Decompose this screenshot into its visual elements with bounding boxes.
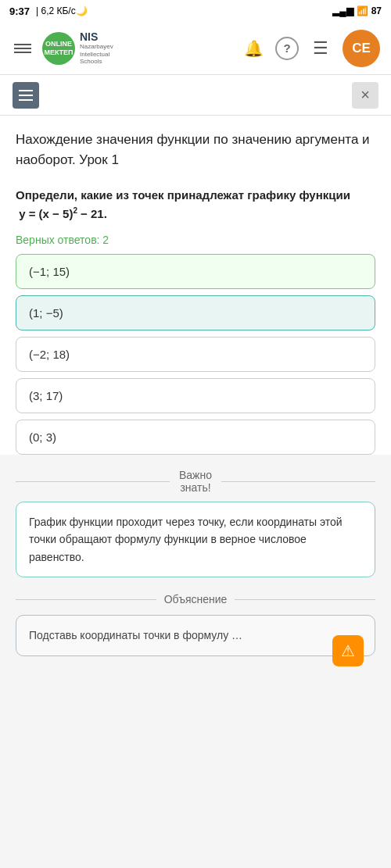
header-icons: 🔔 ? ☰ CE <box>242 30 380 67</box>
battery-indicator: 87 <box>371 5 382 16</box>
warning-icon: ⚠ <box>341 638 355 663</box>
status-right: ▂▄▆ 📶 87 <box>332 5 382 16</box>
toolbar-close-button[interactable]: × <box>352 82 378 109</box>
help-icon: ? <box>283 41 290 55</box>
bell-icon: 🔔 <box>244 39 264 58</box>
explanation-label: Объяснение <box>164 593 228 605</box>
explanation-text: Подставь координаты точки в формулу <box>29 629 228 641</box>
question-text: Определи, какие из точек принадлежат гра… <box>16 187 375 223</box>
nis-subtitle: Nazarbayev Intellectual Schools <box>80 43 113 66</box>
explanation-box: Подставь координаты точки в формулу … ⚠ <box>16 615 375 655</box>
answer-options-list: (−1; 15) (1; −5) (−2; 18) (3; 17) (0; 3) <box>16 254 375 455</box>
list-icon: ☰ <box>313 38 328 59</box>
answer-option-4[interactable]: (3; 17) <box>16 378 375 413</box>
status-data: | 6,2 КБ/с🌙 <box>36 5 88 16</box>
explanation-divider: Объяснение <box>16 593 375 605</box>
toolbar: × <box>0 75 391 116</box>
important-divider: Важно знать! <box>16 469 375 494</box>
list-button[interactable]: ☰ <box>310 38 332 59</box>
hamburger-line-1 <box>14 44 31 45</box>
important-section: Важно знать! График функции проходит чер… <box>0 469 391 577</box>
important-label: Важно знать! <box>179 469 212 494</box>
hamburger-line-3 <box>14 52 31 53</box>
important-box: График функции проходит через точку, есл… <box>16 502 375 577</box>
toolbar-menu-button[interactable] <box>13 82 39 109</box>
answer-option-1[interactable]: (−1; 15) <box>16 254 375 289</box>
question-formula: y = (x − 5)2 − 21. <box>16 207 107 220</box>
correct-count: Верных ответов: 2 <box>16 234 375 246</box>
bell-button[interactable]: 🔔 <box>242 38 264 59</box>
explanation-line-left <box>16 599 156 600</box>
answer-option-5[interactable]: (0; 3) <box>16 420 375 455</box>
answer-option-2[interactable]: (1; −5) <box>16 295 375 330</box>
status-left: 9:37 | 6,2 КБ/с🌙 <box>9 5 88 17</box>
tm-line-1 <box>19 90 33 91</box>
question-block: Определи, какие из точек принадлежат гра… <box>16 187 375 223</box>
divider-line-left <box>16 481 170 482</box>
header-logo: ONLINE МЕКТЕП NIS Nazarbayev Intellectua… <box>42 30 113 66</box>
app-header: ONLINE МЕКТЕП NIS Nazarbayev Intellectua… <box>0 22 391 75</box>
nis-title: NIS <box>80 30 113 43</box>
divider-line-right <box>221 481 375 482</box>
help-button[interactable]: ? <box>275 37 299 60</box>
lesson-title: Нахождение значения функции по значению … <box>16 130 375 170</box>
explanation-line-right <box>235 599 375 600</box>
tm-line-3 <box>19 99 33 101</box>
main-content: Нахождение значения функции по значению … <box>0 116 391 455</box>
user-avatar[interactable]: CE <box>343 30 380 67</box>
online-mektep-logo: ONLINE МЕКТЕП <box>42 32 75 65</box>
hamburger-menu[interactable] <box>11 38 34 59</box>
explanation-section: Объяснение Подставь координаты точки в ф… <box>0 593 391 655</box>
close-icon: × <box>361 86 370 104</box>
status-bar: 9:37 | 6,2 КБ/с🌙 ▂▄▆ 📶 87 <box>0 0 391 22</box>
answer-option-3[interactable]: (−2; 18) <box>16 337 375 372</box>
status-time: 9:37 <box>9 5 30 17</box>
signal-icon: ▂▄▆ <box>332 5 353 16</box>
nis-logo: NIS Nazarbayev Intellectual Schools <box>80 30 113 66</box>
warning-badge: ⚠ <box>332 635 364 666</box>
hamburger-line-2 <box>14 48 31 49</box>
avatar-label: CE <box>352 41 371 56</box>
wifi-icon: 📶 <box>357 5 368 16</box>
tm-line-2 <box>19 95 33 96</box>
explanation-text-ellipsis: … <box>231 629 242 641</box>
